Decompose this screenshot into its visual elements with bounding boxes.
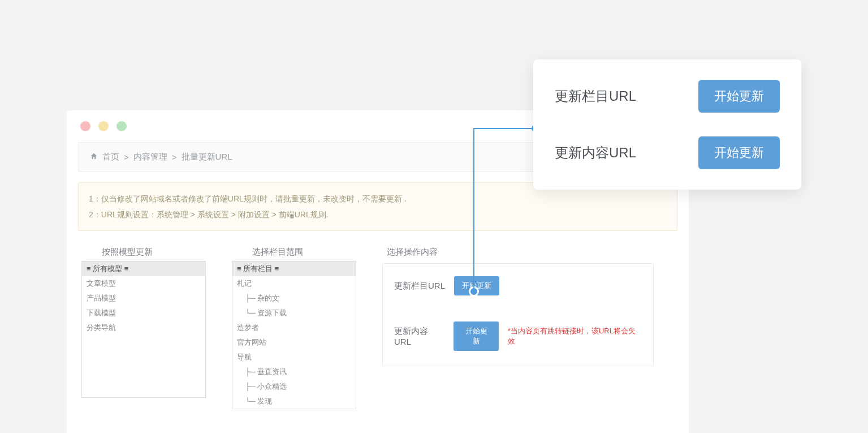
model-option[interactable]: 分类导航 [82,320,205,335]
model-option [82,335,205,397]
ops-row-category-label: 更新栏目URL [394,281,445,291]
ops-row-content-label: 更新内容URL [394,326,444,346]
scope-option[interactable]: ≡ 所有栏目 ≡ [232,261,356,276]
notice-line-1: 1：仅当修改了网站域名或者修改了前端URL规则时，请批量更新，未改变时，不需要更… [89,191,667,207]
callout-row-content-button[interactable]: 开始更新 [698,136,780,169]
column-scope: 选择栏目范围 ≡ 所有栏目 ≡ 札记 ├─ 杂的文 └─ 资源下载 造梦者 官方… [232,247,356,409]
scope-option[interactable]: 造梦者 [232,320,356,335]
column-model: 按照模型更新 ≡ 所有模型 ≡ 文章模型 产品模型 下载模型 分类导航 [81,247,206,409]
scope-listbox[interactable]: ≡ 所有栏目 ≡ 札记 ├─ 杂的文 └─ 资源下载 造梦者 官方网站 导航 ├… [232,261,356,409]
ops-row-content-warning: *当内容页有跳转链接时，该URL将会失效 [508,326,642,346]
model-option[interactable]: 下载模型 [82,306,205,320]
callout-row-content: 更新内容URL 开始更新 [555,136,780,169]
ops-row-content: 更新内容URL 开始更新 *当内容页有跳转链接时，该URL将会失效 [394,321,642,351]
callout-row-category-button[interactable]: 开始更新 [698,80,780,113]
breadcrumb-item-1[interactable]: 内容管理 [133,152,167,162]
callout-row-category: 更新栏目URL 开始更新 [555,80,780,113]
breadcrumb-home[interactable]: 首页 [102,152,119,162]
ops-panel: 更新栏目URL 开始更新 更新内容URL 开始更新 *当内容页有跳转链接时，该U… [382,263,654,366]
model-option[interactable]: 文章模型 [82,276,205,291]
model-option[interactable]: ≡ 所有模型 ≡ [82,261,205,276]
ops-row-category: 更新栏目URL 开始更新 [394,276,642,295]
ops-row-content-button[interactable]: 开始更新 [454,321,499,351]
window-max-dot[interactable] [116,121,127,131]
home-icon [90,152,98,162]
scope-option[interactable]: 官方网站 [232,335,356,350]
column-model-header: 按照模型更新 [81,247,206,258]
notice-line-2: 2：URL规则设置：系统管理 > 系统设置 > 附加设置 > 前端URL规则. [89,207,667,222]
column-scope-header: 选择栏目范围 [232,247,356,258]
scope-option[interactable]: └─ 发现 [232,394,356,409]
columns: 按照模型更新 ≡ 所有模型 ≡ 文章模型 产品模型 下载模型 分类导航 选择栏目… [78,247,677,409]
connector-dot-bottom [470,288,477,295]
scope-option[interactable]: ├─ 小众精选 [232,379,356,394]
scope-option[interactable]: ├─ 杂的文 [232,291,356,306]
column-ops: 选择操作内容 更新栏目URL 开始更新 更新内容URL 开始更新 *当内容页有跳… [382,247,674,409]
callout-row-category-label: 更新栏目URL [555,87,636,105]
scope-option[interactable]: 导航 [232,350,356,365]
callout-card: 更新栏目URL 开始更新 更新内容URL 开始更新 [533,59,801,190]
window-close-dot[interactable] [80,121,90,131]
model-listbox[interactable]: ≡ 所有模型 ≡ 文章模型 产品模型 下载模型 分类导航 [81,261,206,398]
breadcrumb-sep: > [172,152,177,162]
breadcrumb-sep: > [124,152,129,162]
callout-row-content-label: 更新内容URL [555,144,636,162]
scope-option[interactable]: ├─ 垂直资讯 [232,365,356,379]
model-option[interactable]: 产品模型 [82,291,205,306]
breadcrumb-item-2: 批量更新URL [182,152,232,162]
scope-option[interactable]: 札记 [232,276,356,291]
scope-option[interactable]: └─ 资源下载 [232,306,356,320]
window-min-dot[interactable] [98,121,109,131]
column-ops-header: 选择操作内容 [382,247,674,258]
